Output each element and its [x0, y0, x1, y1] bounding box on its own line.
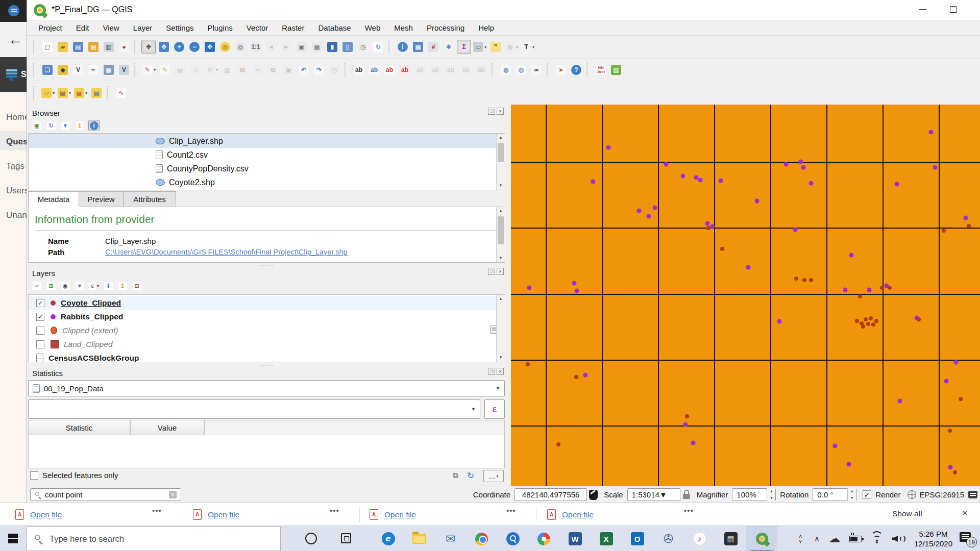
- redo-button[interactable]: ↷: [312, 63, 326, 77]
- tab-metadata[interactable]: Metadata: [28, 191, 79, 207]
- new-map-view-button[interactable]: ▣: [295, 40, 309, 54]
- copy-statistics-icon[interactable]: ⧉: [450, 470, 461, 481]
- open-project-button[interactable]: ▰: [56, 40, 70, 54]
- layer-diagram-options-button[interactable]: ab: [367, 63, 381, 77]
- deselect-features-button[interactable]: ▤▾: [73, 86, 88, 100]
- scroll-down-arrow[interactable]: ▼: [497, 254, 505, 262]
- new-virtual-layer-button[interactable]: ▦: [102, 63, 116, 77]
- volume-icon[interactable]: [892, 534, 904, 543]
- show-spatial-bookmarks-button[interactable]: ▯: [340, 40, 355, 54]
- panel-splitter[interactable]: ······: [28, 363, 506, 368]
- layer-checkbox[interactable]: [36, 327, 44, 335]
- browser-panel-close-button[interactable]: ✕: [497, 108, 504, 115]
- onedrive-cloud-icon[interactable]: ☁: [829, 532, 840, 545]
- taskbar-clock[interactable]: 5:26 PM12/15/2020: [914, 529, 952, 548]
- taskbar-app-qgis[interactable]: [746, 526, 777, 551]
- layer-checkbox[interactable]: ✓: [36, 299, 44, 307]
- add-group-button[interactable]: ⊞: [45, 280, 57, 291]
- scale-combo[interactable]: 1:53014▼: [627, 488, 680, 501]
- highlight-pinned-labels-button[interactable]: ab: [398, 63, 412, 77]
- profile-tool-button[interactable]: ∿: [114, 86, 128, 100]
- menu-web[interactable]: Web: [365, 23, 381, 32]
- taskbar-app-google-chrome[interactable]: [466, 526, 497, 551]
- text-annotation-button[interactable]: T▾: [520, 40, 535, 54]
- cortana-button[interactable]: [305, 533, 317, 544]
- geocoder-tool-button[interactable]: ➤: [554, 63, 568, 77]
- rotation-spinbox[interactable]: 0.0 °▲▼: [813, 488, 856, 501]
- log-messages-icon[interactable]: [968, 491, 977, 498]
- refresh-map-button[interactable]: ↻: [371, 40, 385, 54]
- tab-preview[interactable]: Preview: [79, 191, 124, 207]
- expression-button[interactable]: ε: [484, 399, 505, 419]
- menu-processing[interactable]: Processing: [427, 23, 464, 32]
- notification-center-button[interactable]: 19: [960, 531, 975, 546]
- browser-panel-float-button[interactable]: ❐: [488, 108, 495, 115]
- filter-legend-button[interactable]: ▼: [74, 280, 85, 291]
- statistics-panel-float-button[interactable]: ❐: [488, 368, 495, 375]
- new-project-button[interactable]: ▢: [40, 40, 55, 54]
- new-geopackage-layer-button[interactable]: ◆: [56, 63, 70, 77]
- task-view-button[interactable]: [341, 533, 351, 543]
- menu-plugins[interactable]: Plugins: [208, 23, 233, 32]
- remove-layer-group-button[interactable]: ⊟: [131, 280, 142, 291]
- new-print-layout-button[interactable]: ▥: [102, 40, 116, 54]
- column-header-statistic[interactable]: Statistic: [28, 420, 130, 435]
- extents-toggle-icon[interactable]: [589, 490, 598, 500]
- locator-search[interactable]: count point ✕: [30, 488, 181, 501]
- manage-map-themes-button[interactable]: ◉: [60, 280, 71, 291]
- layers-scrollbar[interactable]: ▲ ▼: [496, 295, 505, 362]
- coordinate-value[interactable]: 482140,4977556: [514, 488, 587, 501]
- wifi-icon[interactable]: [871, 534, 883, 543]
- collapse-all-button[interactable]: ↥: [74, 120, 85, 131]
- open-file-link[interactable]: Open file: [208, 510, 239, 519]
- clear-search-icon[interactable]: ✕: [169, 491, 177, 498]
- taskbar-scroll-buttons[interactable]: ∧∨: [799, 534, 802, 544]
- close-download-bar-button[interactable]: ✕: [962, 509, 968, 518]
- metadata-scrollbar[interactable]: ▲ ▼: [496, 207, 505, 262]
- layer-checkbox[interactable]: ✓: [36, 313, 44, 321]
- menu-database[interactable]: Database: [318, 23, 351, 32]
- menu-layer[interactable]: Layer: [133, 23, 153, 32]
- statistics-layer-combo[interactable]: 00_19_Pop_Data ▼: [28, 380, 505, 396]
- layer-item-censusacsblockgroup[interactable]: CensusACSBlockGroup: [29, 351, 497, 362]
- field-calculator-button[interactable]: #: [426, 40, 440, 54]
- render-checkbox[interactable]: ✓: [863, 490, 871, 499]
- browser-tree-scrollbar[interactable]: ▲ ▼: [496, 134, 505, 190]
- browser-item-clip-layer-shp[interactable]: Clip_Layer.shp: [29, 134, 497, 148]
- menu-vector[interactable]: Vector: [247, 23, 268, 32]
- panel-splitter[interactable]: ······: [28, 263, 506, 268]
- lock-icon[interactable]: [682, 490, 691, 499]
- zoom-in-button[interactable]: +: [172, 40, 186, 54]
- zoom-to-selection-button[interactable]: ◎: [218, 40, 232, 54]
- refresh-browser-button[interactable]: ↻: [45, 120, 57, 131]
- browser-item-count2-csv[interactable]: Count2.csv: [29, 148, 497, 162]
- title-bar[interactable]: *P_Final_DG — QGIS —: [27, 0, 980, 20]
- menu-raster[interactable]: Raster: [282, 23, 304, 32]
- identify-features-button[interactable]: i: [396, 40, 410, 54]
- new-memory-layer-button[interactable]: V: [117, 63, 131, 77]
- taskbar-app-excel[interactable]: X: [591, 526, 622, 551]
- open-file-link[interactable]: Open file: [384, 510, 416, 519]
- crs-globe-icon[interactable]: [908, 490, 916, 499]
- hidden-icons-chevron[interactable]: ∧: [814, 534, 820, 543]
- temporal-controller-button[interactable]: ◷: [356, 40, 370, 54]
- browser-item-coyote2-shp[interactable]: Coyote2.shp: [29, 176, 497, 189]
- open-layer-styling-button[interactable]: ✑: [31, 280, 42, 291]
- select-features-by-value-button[interactable]: ▤▾: [57, 86, 72, 100]
- taskbar-app-mail[interactable]: ✉: [435, 526, 466, 551]
- spreadsheet-join-plugin-button[interactable]: ▧: [609, 63, 623, 77]
- layer-item-clipped-extent[interactable]: Clipped (extent): [29, 323, 497, 337]
- select-by-location-button[interactable]: ▤: [89, 86, 104, 100]
- open-attribute-table-button[interactable]: ▦: [411, 40, 425, 54]
- layer-labeling-options-button[interactable]: ab: [352, 63, 366, 77]
- scroll-thumb[interactable]: [498, 216, 504, 244]
- scroll-down-arrow[interactable]: ▼: [497, 182, 505, 190]
- scroll-up-arrow[interactable]: ▲: [497, 134, 505, 142]
- column-header-value[interactable]: Value: [130, 420, 204, 435]
- taskbar-app-word[interactable]: W: [559, 526, 591, 551]
- menu-view[interactable]: View: [103, 23, 119, 32]
- style-manager-button[interactable]: ●: [117, 40, 131, 54]
- sidebar-item-ques[interactable]: Ques: [6, 137, 27, 147]
- taskbar-app-microsoft-edge[interactable]: e: [373, 526, 404, 551]
- layer-item-rabbits-clipped[interactable]: ✓Rabbits_Clipped: [29, 310, 497, 323]
